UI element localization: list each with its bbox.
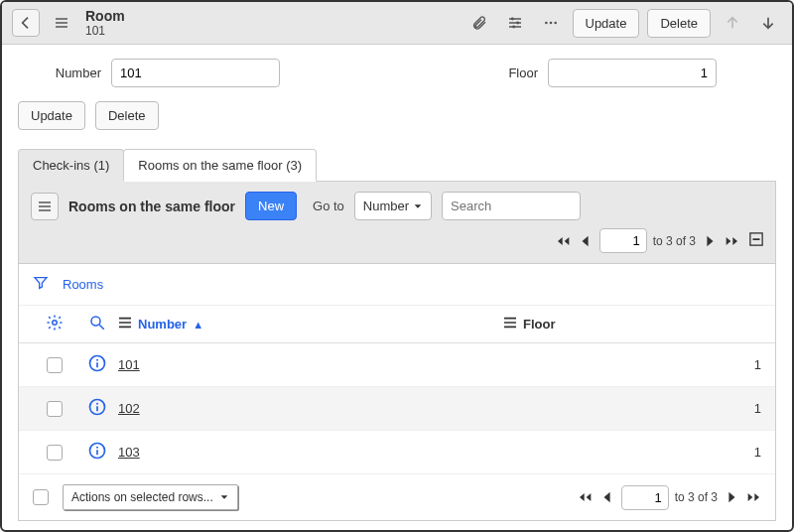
collapse-button[interactable]: [749, 232, 763, 249]
chevron-down-icon: [413, 201, 423, 211]
rooms-link[interactable]: Rooms: [63, 277, 103, 292]
number-label: Number: [42, 66, 101, 80]
row-floor-value: 1: [754, 357, 761, 372]
first-page-button[interactable]: [556, 234, 572, 248]
svg-point-3: [545, 22, 548, 25]
page-range-bottom: to 3 of 3: [675, 490, 718, 504]
info-icon[interactable]: [87, 353, 107, 376]
info-icon[interactable]: [87, 397, 107, 420]
chevron-down-icon: [219, 492, 229, 502]
next-page-button[interactable]: [724, 490, 739, 504]
next-page-button[interactable]: [702, 234, 718, 248]
select-all-checkbox[interactable]: [33, 489, 49, 505]
panel-menu-button[interactable]: [31, 193, 59, 220]
table-row: 102 1: [19, 387, 775, 431]
svg-point-1: [516, 22, 519, 25]
gear-icon[interactable]: [46, 314, 64, 334]
arrow-up-icon: [725, 15, 740, 31]
floor-label: Floor: [478, 66, 538, 80]
menu-button[interactable]: [48, 9, 75, 37]
arrow-down-icon: [760, 15, 776, 31]
table-head: Number ▲ Floor: [19, 306, 775, 343]
list-icon: [503, 317, 517, 332]
svg-point-5: [554, 22, 557, 25]
number-input[interactable]: [111, 59, 280, 87]
tab-checkins[interactable]: Check-ins (1): [18, 149, 124, 182]
update-button[interactable]: Update: [573, 9, 640, 38]
sliders-icon: [507, 15, 523, 31]
page-title: Room: [85, 8, 125, 24]
actions-select[interactable]: Actions on selected rows...: [63, 484, 238, 510]
goto-field-select[interactable]: Number: [354, 192, 432, 220]
last-page-button[interactable]: [724, 234, 739, 248]
table-row: 103 1: [19, 431, 775, 474]
page-input-bottom[interactable]: [621, 485, 669, 510]
row-checkbox[interactable]: [47, 401, 63, 417]
column-floor-header[interactable]: Floor: [503, 317, 761, 332]
row-number-link[interactable]: 101: [118, 357, 140, 372]
svg-point-8: [53, 321, 58, 326]
row-checkbox[interactable]: [47, 445, 63, 461]
more-icon: [543, 15, 559, 31]
paperclip-icon: [471, 15, 487, 31]
search-column-icon[interactable]: [88, 314, 106, 334]
back-button[interactable]: [12, 9, 40, 37]
row-checkbox[interactable]: [47, 357, 63, 373]
svg-line-10: [99, 325, 104, 330]
svg-point-0: [510, 18, 513, 21]
last-page-button[interactable]: [745, 490, 761, 504]
attach-button[interactable]: [465, 9, 493, 37]
new-button[interactable]: New: [245, 192, 297, 220]
delete-button[interactable]: Delete: [647, 9, 711, 38]
form-delete-button[interactable]: Delete: [95, 101, 159, 130]
svg-point-18: [96, 447, 98, 449]
tabs: Check-ins (1) Rooms on the same floor (3…: [18, 148, 776, 182]
filter-bar: Rooms: [19, 264, 775, 306]
row-number-link[interactable]: 103: [118, 445, 140, 460]
prev-page-button[interactable]: [578, 234, 594, 248]
svg-point-2: [512, 26, 515, 29]
table-row: 101 1: [19, 343, 775, 387]
svg-point-12: [96, 359, 98, 361]
row-floor-value: 1: [754, 401, 761, 416]
table-footer: Actions on selected rows... to 3 of 3: [19, 474, 775, 520]
svg-point-15: [96, 403, 98, 405]
content: Number Floor Update Delete Check-ins (1)…: [2, 45, 792, 530]
page-subtitle: 101: [85, 24, 125, 38]
list-icon: [118, 317, 132, 332]
chevron-left-icon: [18, 15, 34, 31]
panel-title: Rooms on the same floor: [68, 199, 235, 214]
sliders-button[interactable]: [501, 9, 529, 37]
form-update-button[interactable]: Update: [18, 101, 85, 130]
top-bar: Room 101 Update Delete: [2, 2, 792, 45]
goto-label: Go to: [313, 199, 344, 213]
column-number-header[interactable]: Number ▲: [118, 317, 503, 332]
tab-rooms-same-floor[interactable]: Rooms on the same floor (3): [123, 149, 317, 182]
floor-input[interactable]: [548, 59, 717, 87]
panel: Rooms on the same floor New Go to Number…: [18, 182, 776, 521]
page-input-top[interactable]: [599, 228, 647, 253]
svg-point-4: [549, 22, 552, 25]
prev-record-button: [719, 9, 746, 37]
page-range-top: to 3 of 3: [653, 234, 696, 248]
more-button[interactable]: [537, 9, 565, 37]
svg-point-9: [91, 317, 100, 326]
search-input[interactable]: [442, 192, 581, 220]
funnel-icon[interactable]: [33, 274, 49, 295]
row-floor-value: 1: [754, 445, 761, 460]
prev-page-button[interactable]: [599, 490, 615, 504]
title-block: Room 101: [85, 8, 125, 38]
first-page-button[interactable]: [578, 490, 594, 504]
row-number-link[interactable]: 102: [118, 401, 140, 416]
menu-icon: [54, 15, 69, 31]
pager-bottom: to 3 of 3: [578, 485, 761, 510]
pager-top: to 3 of 3: [556, 228, 763, 253]
next-record-button[interactable]: [754, 9, 782, 37]
sort-asc-icon: ▲: [193, 319, 203, 331]
info-icon[interactable]: [87, 441, 107, 464]
menu-icon: [37, 199, 53, 214]
